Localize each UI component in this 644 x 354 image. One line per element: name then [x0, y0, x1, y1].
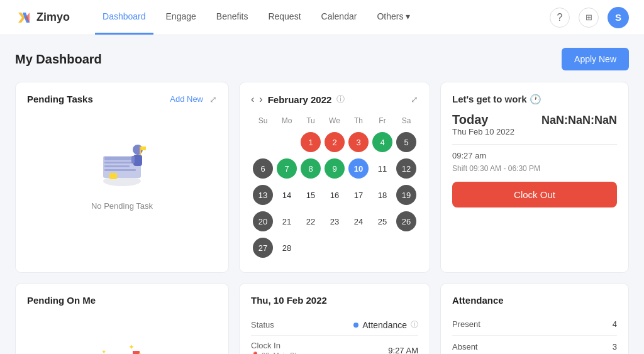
calendar-day-cell[interactable]: 16 — [323, 182, 347, 208]
expand-icon[interactable]: ⤢ — [209, 94, 217, 104]
grid-icon-button[interactable]: ⊞ — [579, 8, 599, 28]
attendance-card: Attendance Present 4 Absent 3 Holiday 0 … — [440, 283, 629, 354]
clock-in-block: Clock In 📍 98, Main Bh... — [251, 341, 304, 354]
add-new-button[interactable]: Add New — [170, 94, 203, 104]
calendar-day-cell — [347, 235, 370, 261]
calendar-day-cell[interactable]: 4 — [370, 129, 394, 155]
attendance-row: Absent 3 — [452, 336, 617, 354]
calendar-day-cell[interactable]: 9 — [323, 155, 347, 182]
nav-dashboard[interactable]: Dashboard — [95, 0, 153, 35]
work-title: Let's get to work 🕐 — [452, 94, 541, 105]
pending-tasks-empty-label: No Pending Task — [91, 201, 153, 211]
calendar-info-icon[interactable]: ⓘ — [336, 94, 345, 105]
svg-rect-9 — [131, 156, 135, 163]
nav-calendar[interactable]: Calendar — [314, 0, 365, 35]
clock-emoji: 🕐 — [530, 94, 541, 104]
calendar-day-cell[interactable]: 22 — [299, 208, 323, 235]
calendar-day-cell — [323, 235, 347, 261]
calendar-day-cell — [299, 235, 323, 261]
daily-date: Thu, 10 Feb 2022 — [251, 295, 418, 306]
help-icon-button[interactable]: ? — [550, 8, 570, 28]
calendar-day-cell[interactable]: 23 — [323, 208, 347, 235]
calendar-day-cell[interactable]: 15 — [299, 182, 323, 208]
calendar-day-cell[interactable]: 17 — [347, 182, 370, 208]
nav-links: Dashboard Engage Benefits Request Calend… — [95, 0, 550, 35]
calendar-day-cell[interactable]: 7 — [275, 155, 299, 182]
calendar-day-cell[interactable]: 26 — [394, 208, 418, 235]
status-row: Status Attendance ⓘ — [251, 314, 418, 336]
calendar-day-cell[interactable]: 20 — [251, 208, 275, 235]
page-header: My Dashboard Apply New — [15, 48, 629, 70]
attendance-label: Absent — [452, 342, 477, 351]
calendar-day-cell[interactable]: 27 — [251, 235, 275, 261]
clock-in-label: Clock In — [251, 341, 304, 350]
calendar-day-cell[interactable]: 14 — [275, 182, 299, 208]
attendance-value: 3 — [613, 342, 617, 351]
calendar-day-header: We — [323, 113, 347, 129]
calendar-next-button[interactable]: › — [259, 94, 262, 105]
work-card: Let's get to work 🕐 Today NaN:NaN:NaN Th… — [440, 82, 629, 273]
question-icon: ? — [557, 12, 563, 23]
calendar-day-cell — [275, 129, 299, 155]
calendar-day-cell[interactable]: 1 — [299, 129, 323, 155]
user-avatar[interactable]: S — [608, 7, 629, 28]
pending-tasks-card: Pending Tasks Add New ⤢ — [15, 82, 229, 273]
status-dot — [353, 323, 358, 328]
calendar-day-cell[interactable]: 12 — [394, 155, 418, 182]
pending-on-me-title: Pending On Me — [27, 295, 96, 306]
clock-in-row: Clock In 📍 98, Main Bh... 9:27 AM — [251, 336, 418, 354]
calendar-day-cell[interactable]: 3 — [347, 129, 370, 155]
calendar-expand-icon[interactable]: ⤢ — [411, 94, 418, 104]
calendar-table: SuMoTuWeThFrSa 1234567891011121314151617… — [251, 113, 418, 261]
calendar-card: ‹ › February 2022 ⓘ ⤢ SuMoTuWeThFrSa 123… — [239, 82, 430, 273]
calendar-month-year: February 2022 — [268, 94, 332, 105]
logo-icon — [15, 9, 33, 26]
time-display: NaN:NaN:NaN — [541, 114, 617, 127]
work-date: Thu Feb 10 2022 — [452, 127, 617, 136]
calendar-nav: ‹ › February 2022 ⓘ — [251, 94, 345, 105]
calendar-day-cell[interactable]: 21 — [275, 208, 299, 235]
daily-info-card: Thu, 10 Feb 2022 Status Attendance ⓘ Clo… — [239, 283, 430, 354]
calendar-day-cell[interactable]: 5 — [394, 129, 418, 155]
checkin-time: 09:27 am — [452, 151, 617, 160]
calendar-prev-button[interactable]: ‹ — [251, 94, 254, 105]
calendar-day-cell[interactable]: 28 — [275, 235, 299, 261]
calendar-day-cell[interactable]: 19 — [394, 182, 418, 208]
pending-on-me-empty: ✦ ✦ ✦ No Pending Request — [27, 313, 217, 354]
calendar-day-cell[interactable]: 11 — [370, 155, 394, 182]
nav-benefits[interactable]: Benefits — [209, 0, 256, 35]
calendar-day-cell[interactable]: 24 — [347, 208, 370, 235]
calendar-day-cell[interactable]: 10 — [347, 155, 370, 182]
person-illustration — [91, 131, 153, 194]
attendance-row: Present 4 — [452, 313, 617, 336]
calendar-day-cell — [251, 129, 275, 155]
svg-rect-6 — [104, 169, 136, 171]
calendar-day-cell[interactable]: 6 — [251, 155, 275, 182]
nav-engage[interactable]: Engage — [158, 0, 204, 35]
calendar-day-header: Fr — [370, 113, 394, 129]
nav-others[interactable]: Others ▾ — [369, 0, 418, 35]
main-content: My Dashboard Apply New Pending Tasks Add… — [0, 35, 644, 354]
status-info-icon[interactable]: ⓘ — [411, 319, 418, 330]
calendar-day-cell[interactable]: 8 — [299, 155, 323, 182]
status-badge: Attendance ⓘ — [353, 319, 418, 330]
chevron-down-icon: ▾ — [406, 11, 410, 21]
calendar-day-cell[interactable]: 13 — [251, 182, 275, 208]
pending-tasks-title: Pending Tasks — [27, 94, 93, 104]
logo[interactable]: Zimyo — [15, 9, 70, 26]
pending-tasks-empty: No Pending Task — [27, 112, 217, 230]
calendar-day-cell[interactable]: 18 — [370, 182, 394, 208]
calendar-day-cell[interactable]: 25 — [370, 208, 394, 235]
shift-text: Shift 09:30 AM - 06:30 PM — [452, 164, 617, 173]
pending-on-me-card: Pending On Me — [15, 283, 229, 354]
grid-icon: ⊞ — [586, 13, 592, 22]
calendar-day-cell — [370, 235, 394, 261]
calendar-day-cell[interactable]: 2 — [323, 129, 347, 155]
apply-new-button[interactable]: Apply New — [562, 48, 629, 70]
nav-request[interactable]: Request — [260, 0, 308, 35]
page-title: My Dashboard — [15, 52, 102, 67]
attendance-value: 4 — [613, 319, 617, 329]
clock-out-button[interactable]: Clock Out — [452, 182, 617, 207]
today-label: Today — [452, 113, 488, 127]
calendar-day-header: Mo — [275, 113, 299, 129]
